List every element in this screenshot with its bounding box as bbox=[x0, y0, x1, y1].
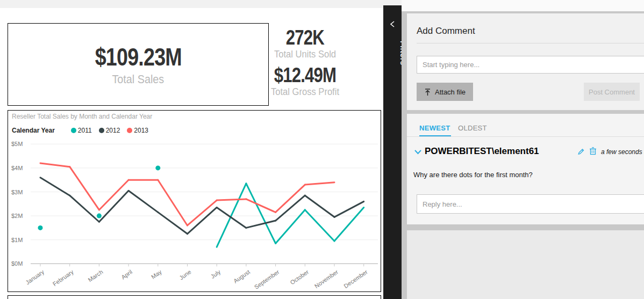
total-sales-kpi-card: $109.23M Total Sales bbox=[8, 23, 269, 106]
comment-timestamp: a few seconds ago bbox=[601, 148, 644, 156]
svg-text:$2M: $2M bbox=[11, 213, 23, 219]
reply-input[interactable] bbox=[417, 194, 644, 214]
gross-profit-label: Total Gross Profit bbox=[262, 86, 348, 98]
filters-pane-collapsed[interactable]: Filters bbox=[383, 5, 402, 299]
series-2011 bbox=[38, 165, 364, 247]
svg-text:February: February bbox=[52, 268, 75, 287]
next-visual-edge bbox=[8, 295, 381, 299]
kpi-stack: 272K Total Units Sold $12.49M Total Gros… bbox=[258, 27, 352, 102]
svg-text:$5M: $5M bbox=[11, 141, 23, 147]
add-comment-divider bbox=[417, 43, 644, 43]
add-comment-title: Add Comment bbox=[417, 26, 475, 37]
svg-text:$1M: $1M bbox=[11, 237, 23, 243]
post-comment-button[interactable]: Post Comment bbox=[584, 83, 640, 101]
legend-label-2013: 2013 bbox=[134, 127, 148, 134]
attach-file-button[interactable]: Attach file bbox=[417, 83, 473, 101]
gross-profit-value: $12.49M bbox=[274, 64, 337, 86]
chart-title: Reseller Total Sales by Month and Calend… bbox=[12, 113, 152, 120]
legend-item-2013[interactable]: 2013 bbox=[127, 127, 148, 134]
svg-text:$4M: $4M bbox=[11, 165, 23, 171]
series-2012 bbox=[40, 178, 364, 234]
total-sales-value: $109.23M bbox=[95, 42, 181, 71]
panel-top-gap bbox=[402, 0, 644, 11]
chart-legend: Calendar Year 2011 2012 2013 bbox=[12, 127, 155, 134]
tabs-divider bbox=[407, 136, 644, 137]
sales-line-chart[interactable]: $0M$1M$2M$3M$4M$5MJanuaryFebruaryMarchAp… bbox=[8, 137, 381, 292]
add-comment-section: Add Comment Attach file Post Comment bbox=[407, 13, 644, 110]
total-units-value: 272K bbox=[286, 27, 324, 48]
legend-dot-2011-icon bbox=[71, 128, 76, 133]
expand-filters-chevron-icon[interactable] bbox=[389, 20, 396, 28]
legend-title: Calendar Year bbox=[12, 127, 55, 134]
legend-item-2012[interactable]: 2012 bbox=[99, 127, 120, 134]
comment-author: POWERBITEST\element61 bbox=[425, 146, 539, 157]
svg-text:July: July bbox=[209, 268, 221, 280]
x-axis-labels: JanuaryFebruaryMarchAprilMayJuneJulyAugu… bbox=[24, 264, 369, 290]
tab-newest[interactable]: NEWEST bbox=[419, 124, 450, 132]
collapse-comment-chevron-icon[interactable] bbox=[414, 149, 422, 155]
tab-newest-label: NEWEST bbox=[419, 124, 450, 132]
svg-text:November: November bbox=[313, 268, 340, 289]
comment-text: Why are there dots for the first month? bbox=[413, 171, 533, 179]
upload-icon bbox=[424, 88, 431, 96]
svg-text:December: December bbox=[342, 268, 369, 289]
legend-label-2011: 2011 bbox=[78, 127, 92, 134]
legend-dot-2012-icon bbox=[99, 128, 104, 133]
comments-empty-area bbox=[407, 230, 644, 299]
svg-text:August: August bbox=[232, 268, 251, 284]
legend-label-2012: 2012 bbox=[106, 127, 120, 134]
comment-input[interactable] bbox=[417, 56, 644, 74]
svg-text:$0M: $0M bbox=[11, 260, 23, 267]
tab-oldest[interactable]: OLDEST bbox=[458, 124, 487, 132]
svg-text:June: June bbox=[178, 268, 192, 281]
reseller-sales-chart-card: Reseller Total Sales by Month and Calend… bbox=[8, 110, 381, 292]
svg-text:January: January bbox=[24, 268, 45, 286]
svg-text:$3M: $3M bbox=[11, 189, 23, 195]
svg-text:May: May bbox=[150, 268, 163, 280]
legend-item-2011[interactable]: 2011 bbox=[71, 127, 92, 134]
svg-text:April: April bbox=[120, 268, 133, 280]
gridlines: $0M$1M$2M$3M$4M$5M bbox=[11, 141, 378, 267]
svg-text:October: October bbox=[289, 268, 310, 286]
edit-comment-icon[interactable] bbox=[577, 147, 585, 156]
comments-list-section: NEWEST OLDEST POWERBITEST\element61 a fe… bbox=[407, 114, 644, 224]
svg-text:September: September bbox=[253, 268, 281, 290]
legend-dot-2013-icon bbox=[127, 128, 132, 133]
total-sales-label: Total Sales bbox=[112, 72, 164, 86]
svg-text:March: March bbox=[87, 268, 104, 283]
attach-file-label: Attach file bbox=[435, 88, 466, 96]
total-units-label: Total Units Sold bbox=[262, 48, 348, 60]
delete-comment-icon[interactable] bbox=[589, 147, 597, 155]
